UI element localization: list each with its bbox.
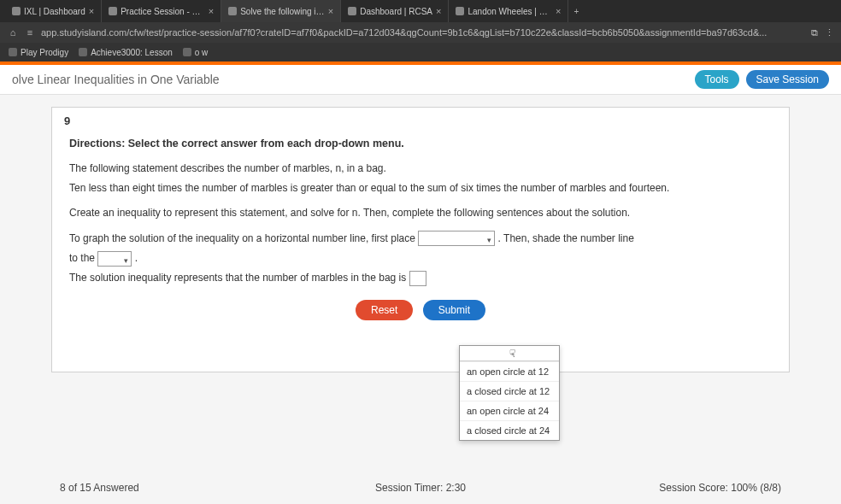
browser-tab[interactable]: Landon Wheeles | RCSA× xyxy=(449,0,568,22)
browser-tab-active[interactable]: Solve the following inequa× xyxy=(221,0,341,22)
action-row: Reset Submit xyxy=(69,300,772,320)
question-card: 9 Directions: Select the correct answer … xyxy=(51,107,790,372)
browser-tab[interactable]: Dashboard | RCSA× xyxy=(341,0,449,22)
tab-favicon xyxy=(12,7,21,15)
directions-heading: Directions: Select the correct answer fr… xyxy=(69,135,772,152)
session-score: Session Score: 100% (8/8) xyxy=(541,482,781,494)
dropdown-option[interactable]: an open circle at 24 xyxy=(460,401,559,420)
browser-tab-strip: IXL | Dashboard× Practice Session - Solv… xyxy=(0,0,841,22)
app-header: olve Linear Inequalities in One Variable… xyxy=(0,65,841,95)
bookmark-item[interactable]: Achieve3000: Lesson xyxy=(79,48,173,57)
close-icon[interactable]: × xyxy=(209,6,214,16)
url-text[interactable]: app.studyisland.com/cfw/test/practice-se… xyxy=(41,27,806,38)
problem-text: The following statement describes the nu… xyxy=(69,161,772,177)
url-bar: ⌂ ≡ app.studyisland.com/cfw/test/practic… xyxy=(0,22,841,43)
copy-icon[interactable]: ⧉ xyxy=(811,27,818,38)
dropdown-shade-direction[interactable]: ▾ xyxy=(97,251,132,267)
chevron-down-icon: ▾ xyxy=(124,255,128,267)
bookmark-item[interactable]: o w xyxy=(183,48,209,57)
new-tab-button[interactable]: + xyxy=(568,7,584,16)
tab-favicon xyxy=(228,7,237,15)
close-icon[interactable]: × xyxy=(556,6,561,16)
fill-sentence: to the ▾ . xyxy=(69,250,772,267)
tab-favicon xyxy=(456,7,464,15)
close-icon[interactable]: × xyxy=(89,6,94,16)
bookmark-favicon xyxy=(79,48,87,56)
session-footer: 8 of 15 Answered Session Timer: 2:30 Ses… xyxy=(0,482,841,494)
dropdown-option[interactable]: a closed circle at 24 xyxy=(460,420,559,440)
answered-count: 8 of 15 Answered xyxy=(60,482,300,494)
close-icon[interactable]: × xyxy=(328,6,333,16)
fill-sentence: To graph the solution of the inequality … xyxy=(69,231,772,247)
tab-favicon xyxy=(348,7,356,15)
browser-tab[interactable]: IXL | Dashboard× xyxy=(5,0,102,22)
dropdown-option[interactable]: a closed circle at 12 xyxy=(460,381,559,401)
save-session-button[interactable]: Save Session xyxy=(746,70,829,89)
dropdown-menu-open: ☟ an open circle at 12 a closed circle a… xyxy=(459,345,560,441)
cursor-icon: ☟ xyxy=(509,348,515,360)
home-icon[interactable]: ⌂ xyxy=(7,26,19,38)
browser-tab[interactable]: Practice Session - Solve L× xyxy=(102,0,221,22)
dropdown-option[interactable]: an open circle at 12 xyxy=(460,361,559,381)
chevron-down-icon: ▾ xyxy=(487,234,491,246)
fill-sentence: The solution inequality represents that … xyxy=(69,270,772,286)
tab-favicon xyxy=(109,7,117,15)
tools-button[interactable]: Tools xyxy=(695,70,739,89)
site-info-icon[interactable]: ≡ xyxy=(24,26,36,38)
bookmark-favicon xyxy=(9,48,17,56)
page-title: olve Linear Inequalities in One Variable xyxy=(12,73,220,86)
menu-icon[interactable]: ⋮ xyxy=(825,27,834,38)
session-timer: Session Timer: 2:30 xyxy=(300,482,540,494)
question-number: 9 xyxy=(64,114,70,127)
bookmark-favicon xyxy=(183,48,191,56)
submit-button[interactable]: Submit xyxy=(423,300,485,320)
dropdown-circle-position[interactable]: ▾ xyxy=(418,231,495,246)
close-icon[interactable]: × xyxy=(436,6,441,16)
dropdown-solution[interactable] xyxy=(409,271,426,286)
dropdown-selected-blank[interactable]: ☟ xyxy=(460,346,559,361)
bookmarks-bar: Play Prodigy Achieve3000: Lesson o w xyxy=(0,43,841,62)
bookmark-item[interactable]: Play Prodigy xyxy=(9,48,68,57)
problem-text: Ten less than eight times the number of … xyxy=(69,180,772,196)
problem-text: Create an inequality to represent this s… xyxy=(69,205,772,221)
reset-button[interactable]: Reset xyxy=(356,300,413,320)
